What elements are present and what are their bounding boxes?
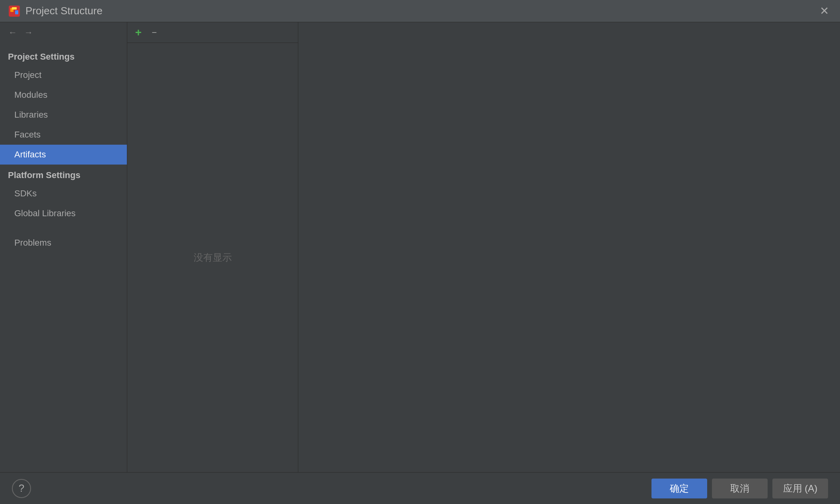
sidebar-nav: ← →	[0, 22, 127, 43]
close-button[interactable]: ✕	[816, 3, 832, 19]
sidebar-item-global-libraries[interactable]: Global Libraries	[0, 204, 127, 223]
window-title: Project Structure	[25, 5, 816, 17]
sidebar-item-modules[interactable]: Modules	[0, 85, 127, 105]
back-button[interactable]: ←	[6, 26, 19, 39]
remove-artifact-button[interactable]: −	[147, 25, 161, 40]
svg-rect-2	[15, 10, 18, 14]
artifact-list: 没有显示	[127, 43, 298, 472]
platform-settings-section: Platform Settings	[0, 165, 127, 184]
sidebar-item-project[interactable]: Project	[0, 65, 127, 85]
svg-rect-3	[12, 7, 17, 10]
sidebar-item-sdks[interactable]: SDKs	[0, 184, 127, 204]
artifact-toolbar: + −	[127, 22, 298, 43]
main-content: ← → Project Settings Project Modules Lib…	[0, 22, 840, 472]
sidebar-item-libraries[interactable]: Libraries	[0, 105, 127, 125]
app-icon	[8, 5, 21, 17]
add-artifact-button[interactable]: +	[131, 25, 146, 40]
right-pane	[298, 22, 840, 472]
sidebar-item-facets[interactable]: Facets	[0, 125, 127, 145]
confirm-button[interactable]: 确定	[651, 479, 707, 498]
forward-button[interactable]: →	[22, 26, 35, 39]
artifact-pane: + − 没有显示	[127, 22, 298, 472]
sidebar-list: Project Settings Project Modules Librari…	[0, 43, 127, 472]
cancel-button[interactable]: 取消	[712, 479, 768, 498]
help-button[interactable]: ?	[12, 479, 31, 498]
project-settings-section: Project Settings	[0, 46, 127, 65]
sidebar-item-artifacts[interactable]: Artifacts	[0, 145, 127, 165]
sidebar-item-problems[interactable]: Problems	[0, 233, 127, 253]
title-bar: Project Structure ✕	[0, 0, 840, 22]
bottom-bar: ? 确定 取消 应用 (A)	[0, 472, 840, 504]
no-display-label: 没有显示	[194, 251, 232, 264]
apply-button[interactable]: 应用 (A)	[772, 479, 828, 498]
sidebar: ← → Project Settings Project Modules Lib…	[0, 22, 127, 472]
